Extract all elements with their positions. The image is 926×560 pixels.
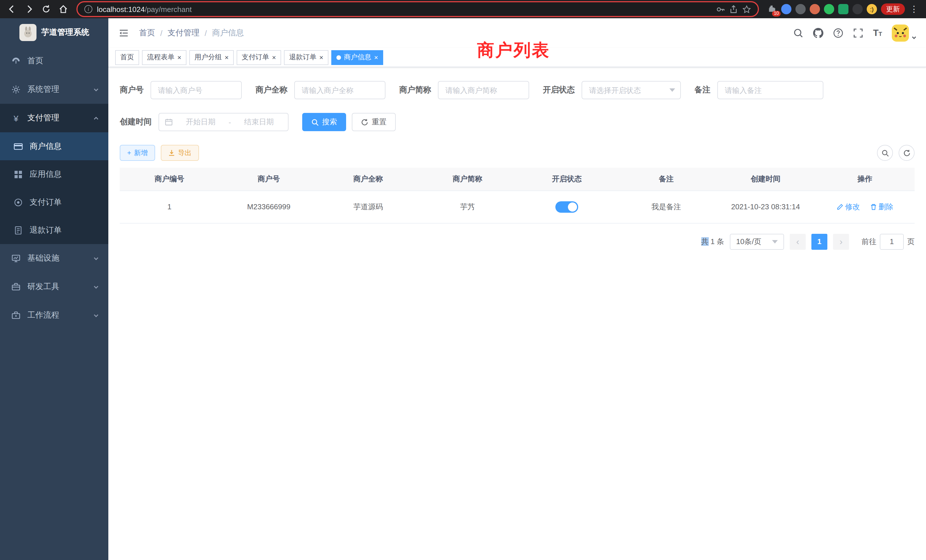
sidebar-item-infrastructure[interactable]: 基础设施 (0, 244, 108, 272)
bookmark-star-icon[interactable] (742, 5, 751, 14)
extension-icon[interactable] (852, 4, 863, 14)
col-header-merchant-no: 商户号 (219, 168, 319, 191)
sidebar-item-merchant-info[interactable]: 商户信息 (0, 132, 108, 160)
help-button[interactable] (833, 28, 843, 38)
credit-card-icon (14, 142, 23, 151)
extension-icon[interactable] (824, 4, 834, 14)
page-size-select[interactable]: 10条/页 (730, 233, 784, 250)
status-toggle[interactable] (555, 201, 578, 212)
forward-button[interactable] (22, 2, 36, 17)
close-icon[interactable]: × (272, 54, 276, 61)
goto-page-input[interactable] (880, 233, 904, 250)
close-icon[interactable]: × (177, 54, 181, 61)
fullscreen-button[interactable] (853, 28, 863, 38)
sidebar-item-refund-orders[interactable]: 退款订单 (0, 216, 108, 244)
close-icon[interactable]: × (225, 54, 228, 61)
browser-update-button[interactable]: 更新 (881, 3, 905, 15)
navbar-actions: TT (793, 24, 917, 42)
address-bar[interactable]: i localhost:1024/pay/merchant (76, 1, 759, 17)
sidebar-item-label: 应用信息 (30, 169, 62, 179)
reload-icon (42, 5, 51, 14)
filter-create-time: 创建时间 开始日期 - 结束日期 (120, 113, 289, 131)
tab-label: 用户分组 (194, 53, 222, 62)
share-icon[interactable] (729, 5, 738, 14)
sidebar-logo[interactable]: 芋道管理系统 (0, 18, 108, 47)
sidebar-item-label: 系统管理 (27, 85, 59, 95)
user-menu[interactable] (892, 24, 917, 42)
sidebar-item-label: 研发工具 (27, 282, 59, 292)
extension-icon[interactable] (796, 4, 806, 14)
col-header-create-time: 创建时间 (716, 168, 816, 191)
extension-icon[interactable] (809, 4, 820, 14)
col-header-short-name: 商户简称 (418, 168, 517, 191)
logo-avatar (19, 24, 36, 41)
header-search-button[interactable] (793, 28, 803, 38)
merchant-no-input[interactable] (151, 81, 242, 99)
github-button[interactable] (813, 28, 823, 38)
extension-icon[interactable] (781, 4, 791, 14)
show-search-toggle-button[interactable] (877, 145, 893, 161)
sidebar-item-payment-orders[interactable]: 支付订单 (0, 188, 108, 216)
sidebar-toggle-button[interactable] (118, 27, 130, 39)
total-count: 1 (710, 237, 714, 245)
reload-button[interactable] (39, 2, 54, 17)
remark-input[interactable] (717, 81, 823, 99)
page-1-button[interactable]: 1 (811, 233, 828, 250)
extensions-puzzle-icon[interactable]: 10 (767, 4, 777, 14)
full-name-input[interactable] (294, 81, 386, 99)
prev-page-button[interactable]: ‹ (790, 233, 806, 250)
target-icon (14, 198, 23, 207)
download-icon (168, 150, 175, 156)
extension-icon[interactable] (838, 4, 849, 14)
workflow-icon (11, 311, 21, 320)
screen: i localhost:1024/pay/merchant 10 :) (0, 0, 926, 560)
date-start-placeholder: 开始日期 (177, 117, 224, 127)
search-icon (793, 28, 803, 38)
date-range-picker[interactable]: 开始日期 - 结束日期 (159, 113, 289, 131)
breadcrumb-payment[interactable]: 支付管理 (168, 28, 200, 38)
url-text[interactable]: localhost:1024/pay/merchant (97, 5, 712, 14)
sidebar-item-label: 支付管理 (27, 113, 59, 123)
browser-menu-icon[interactable]: ⋮ (909, 4, 919, 14)
close-icon[interactable]: × (319, 54, 323, 61)
tab-user-group[interactable]: 用户分组 × (189, 50, 234, 65)
back-icon (8, 5, 17, 14)
home-button[interactable] (56, 2, 71, 17)
tab-merchant-info[interactable]: 商户信息 × (331, 50, 383, 65)
next-page-button[interactable]: › (833, 233, 849, 250)
close-icon[interactable]: × (374, 54, 378, 61)
browser-chrome: i localhost:1024/pay/merchant 10 :) (0, 0, 926, 18)
extensions-area: 10 :) 更新 ⋮ (765, 3, 921, 15)
export-button[interactable]: 导出 (161, 145, 199, 161)
short-name-input[interactable] (438, 81, 529, 99)
font-size-button[interactable]: TT (873, 29, 882, 38)
password-key-icon[interactable] (716, 5, 725, 14)
tab-refund-orders[interactable]: 退款订单 × (284, 50, 328, 65)
filter-status: 开启状态 (543, 81, 681, 99)
edit-link[interactable]: 修改 (837, 201, 860, 212)
sidebar-item-system[interactable]: 系统管理 (0, 75, 108, 104)
hamburger-icon (119, 28, 129, 38)
back-button[interactable] (5, 2, 20, 17)
sidebar-item-app-info[interactable]: 应用信息 (0, 160, 108, 188)
tab-process-form[interactable]: 流程表单 × (142, 50, 186, 65)
breadcrumb-home[interactable]: 首页 (139, 28, 155, 38)
sidebar-item-payment[interactable]: ¥ 支付管理 (0, 104, 108, 132)
sidebar-item-home[interactable]: 首页 (0, 47, 108, 75)
tab-payment-orders[interactable]: 支付订单 × (237, 50, 281, 65)
delete-link[interactable]: 删除 (870, 201, 893, 212)
refresh-table-button[interactable] (899, 145, 915, 161)
search-button[interactable]: 搜索 (302, 113, 346, 131)
tab-home[interactable]: 首页 (115, 50, 139, 65)
reset-button[interactable]: 重置 (352, 113, 396, 131)
sidebar-item-workflow[interactable]: 工作流程 (0, 301, 108, 330)
export-button-label: 导出 (178, 148, 192, 158)
sidebar-item-dev-tools[interactable]: 研发工具 (0, 272, 108, 301)
status-select[interactable] (582, 81, 681, 99)
cell-short-name: 芋艿 (418, 191, 517, 223)
cell-remark: 我是备注 (617, 191, 716, 223)
url-host: localhost:1024 (97, 5, 145, 14)
add-button[interactable]: + 新增 (120, 145, 155, 161)
emoji-extension-icon[interactable]: :) (867, 4, 877, 14)
site-info-icon[interactable]: i (85, 5, 92, 13)
